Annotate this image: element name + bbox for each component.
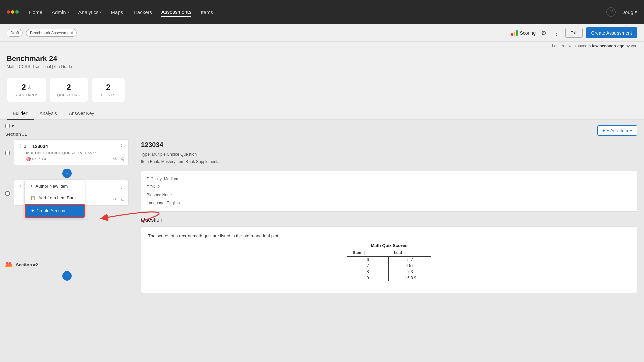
tab-answer-key[interactable]: Answer Key [63,107,100,120]
author-new-item-option[interactable]: + Author New Item [25,180,85,192]
chart-leaf-cell: 1 5 8 9 [388,275,431,281]
right-panel: + + Add Item ▾ 123034 Type: Multiple Cho… [134,120,644,357]
admin-chevron-icon: ▾ [67,10,69,14]
stem-leaf-chart: Math Quiz Scores Stem | Leaf 65 774 5 58… [148,243,630,281]
analytics-chevron-icon: ▾ [100,10,102,14]
nav-items[interactable]: Items [201,8,213,16]
drag-handle-2-icon[interactable]: ⠿ [18,184,21,190]
bank-icon: 📋 [30,195,36,200]
scoring-bar-yellow [514,32,515,36]
item-1-checkbox[interactable] [5,151,10,155]
item-card-1[interactable]: ⠿ 1 123034 ⋮ MULTIPLE CHOICE QUESTION 1 … [14,139,129,165]
section1-label: Section #1 [5,132,129,137]
more-options-button[interactable]: ⋮ [552,28,562,38]
item-detail-id: 123034 [141,141,637,149]
add-item-button[interactable]: + + Add Item ▾ [597,125,637,136]
drag-handle-icon[interactable]: ⠿ [18,144,21,149]
assessment-header: Benchmark 24 Math | CCSS: Traditional | … [0,50,644,74]
assessment-meta: Math | CCSS: Traditional | 6th Grade [7,64,637,69]
item-2-checkbox[interactable] [5,191,10,196]
standards-info-icon[interactable]: ⓘ [28,85,31,90]
questions-stat: 2 QUESTIONS [50,78,88,102]
add-item-dropdown: + Author New Item 📋 Add from Item Bank +… [24,180,85,218]
nav-analytics[interactable]: Analytics ▾ [78,8,102,16]
item-2-wrapper: ⠿ 2 123054 ⋮ MULTIPLE 🎯 6.GA.4 [5,180,129,207]
nav-home[interactable]: Home [29,8,42,16]
select-all-chevron-icon[interactable]: ▾ [12,123,14,128]
nav-assessments[interactable]: Assessments [161,8,191,17]
item-2-more-icon[interactable]: ⋮ [119,184,124,190]
standard-icon: 🎯 [26,157,31,161]
preview-2-icon[interactable]: 👁 [113,197,118,202]
chart-header-leaf: Leaf [388,249,431,256]
nav-admin[interactable]: Admin ▾ [52,8,69,16]
add-item-chevron-icon: ▾ [630,128,632,133]
standards-stat: 2 ⓘ STANDARDS [7,78,46,102]
section2-label: 9 Section #2 [5,261,129,269]
nav-maps[interactable]: Maps [111,8,123,16]
save-status-bar: Last edit was saved a few seconds ago by… [0,42,644,50]
logo-dot-red [7,10,10,14]
section-icon: + [31,208,34,213]
toolbar: Draft Benchmark Assessment Scoring ⚙ ⋮ E… [0,24,644,42]
section2-stack-icon: 9 [5,261,13,269]
points-stat: 2 POINTS [92,78,125,102]
tabs-bar: Builder Analysis Answer Key [0,107,644,120]
print-2-icon[interactable]: 🖨 [120,197,124,202]
question-label: Question [141,217,637,223]
logo-dot-green [15,10,19,14]
logo-dot-yellow [11,10,14,14]
help-button[interactable]: ? [606,7,616,17]
left-panel: ▾ Section #1 ⠿ 1 123034 ⋮ MULTIPLE CHOIC… [0,120,134,357]
app-logo[interactable] [7,10,19,14]
item-1-more-icon[interactable]: ⋮ [119,143,124,149]
item-detail-meta: Type: Multiple Choice Question Item Bank… [141,151,637,165]
create-section-option[interactable]: + Create Section [25,204,85,218]
scoring-bar-green [516,30,518,36]
chart-stem-cell: 9 [347,275,388,281]
select-all-checkbox[interactable] [5,124,10,128]
benchmark-badge: Benchmark Assessment [26,29,77,37]
print-icon[interactable]: 🖨 [120,156,124,162]
chart-table: Stem | Leaf 65 774 5 582 391 5 8 9 [347,249,431,281]
select-all-row: ▾ [5,123,129,128]
chart-leaf-cell: 4 5 5 [388,263,431,269]
user-chevron-icon: ▾ [635,9,637,15]
user-menu[interactable]: Doug ▾ [621,9,637,15]
nav-links: Home Admin ▾ Analytics ▾ Maps Trackers A… [29,8,606,17]
assessment-title: Benchmark 24 [7,54,637,63]
section2-area: 9 Section #2 + [5,261,129,281]
toolbar-actions: Scoring ⚙ ⋮ Exit Create Assessment [511,27,637,38]
nav-trackers[interactable]: Trackers [132,8,152,16]
chart-header-stem: Stem | [347,249,388,256]
item-detail-properties: Difficulty: Medium DOK: 2 Blooms: None L… [141,171,637,212]
add-between-items-button[interactable]: + [62,169,72,178]
scoring-bar-red [511,33,513,36]
preview-icon[interactable]: 👁 [113,156,118,162]
nav-right: ? Doug ▾ [606,7,637,17]
draft-badge: Draft [7,29,23,37]
scoring-bars-icon [511,30,518,36]
main-content: ▾ Section #1 ⠿ 1 123034 ⋮ MULTIPLE CHOIC… [0,120,644,357]
add-item-plus-icon: + [602,128,605,133]
question-content: The scores of a recent math quiz are lis… [141,226,637,293]
author-icon: + [30,184,33,189]
exit-button[interactable]: Exit [565,28,583,38]
item-1-wrapper: ⠿ 1 123034 ⋮ MULTIPLE CHOICE QUESTION 1 … [5,139,129,167]
create-assessment-button[interactable]: Create Assessment [586,27,637,38]
scoring-button[interactable]: Scoring [511,30,535,36]
chart-stem-cell: 7 [347,263,388,269]
top-navigation: Home Admin ▾ Analytics ▾ Maps Trackers A… [0,0,644,24]
add-to-section2-button[interactable]: + [62,271,72,281]
chart-leaf-cell: 2 3 [388,269,431,275]
stats-row: 2 ⓘ STANDARDS 2 QUESTIONS 2 POINTS [0,74,644,107]
chart-stem-cell: 6 [347,256,388,263]
chart-leaf-cell: 5 7 [388,256,431,263]
chart-stem-cell: 8 [347,269,388,275]
add-item-header: + + Add Item ▾ [141,125,637,136]
settings-button[interactable]: ⚙ [539,28,548,38]
tab-builder[interactable]: Builder [7,107,34,120]
add-from-bank-option[interactable]: 📋 Add from Item Bank [25,192,85,204]
question-text: The scores of a recent math quiz are lis… [148,233,630,238]
tab-analysis[interactable]: Analysis [34,107,63,120]
